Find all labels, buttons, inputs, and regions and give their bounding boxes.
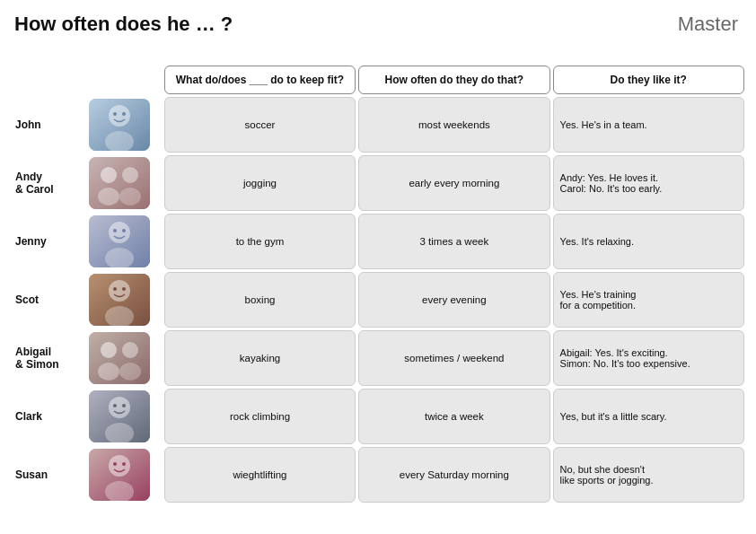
person-name: Susan (12, 447, 84, 503)
svg-point-3 (113, 112, 117, 116)
person-name: Abigail & Simon (12, 330, 84, 386)
avatar (87, 214, 162, 269)
svg-point-4 (122, 112, 126, 116)
person-name: Jenny (12, 214, 84, 269)
activity-cell: soccer (164, 97, 356, 153)
person-name: Andy & Carol (12, 155, 84, 211)
activity-cell: jogging (164, 155, 356, 211)
svg-point-28 (113, 404, 117, 407)
svg-point-21 (101, 342, 117, 358)
page-title: How often does he … ? (0, 0, 756, 41)
table-row: Abigail & Simonkayakingsometimes / weeke… (12, 330, 744, 386)
opinion-cell: Abigail: Yes. It's exciting. Simon: No. … (553, 330, 744, 386)
svg-point-33 (113, 462, 117, 466)
svg-point-1 (109, 105, 130, 127)
opinion-cell: Yes, but it's a little scary. (553, 389, 744, 444)
person-name: John (12, 97, 84, 153)
svg-point-34 (122, 462, 126, 466)
svg-point-23 (122, 342, 138, 358)
avatar (87, 330, 162, 386)
frequency-cell: every evening (358, 272, 549, 328)
avatar (87, 447, 162, 503)
frequency-cell: early every morning (358, 155, 549, 211)
table-row: Andy & Caroljoggingearly every morningAn… (12, 155, 744, 211)
svg-point-18 (113, 287, 117, 291)
svg-point-22 (98, 363, 119, 381)
svg-point-19 (122, 287, 126, 291)
activity-table: What do/does ___ do to keep fit? How oft… (9, 63, 747, 505)
activity-cell: to the gym (164, 214, 356, 269)
svg-point-16 (109, 280, 130, 302)
svg-point-31 (109, 455, 130, 477)
svg-point-29 (122, 404, 126, 407)
table-row: Clarkrock climbingtwice a weekYes, but i… (12, 389, 744, 444)
col-activity: What do/does ___ do to keep fit? (164, 66, 356, 94)
person-name: Scot (12, 272, 84, 328)
svg-rect-20 (89, 332, 150, 384)
frequency-cell: twice a week (358, 389, 549, 444)
table-row: Jennyto the gym3 times a weekYes. It's r… (12, 214, 744, 269)
opinion-cell: Yes. It's relaxing. (553, 214, 744, 269)
avatar (87, 389, 162, 444)
opinion-cell: Yes. He's training for a competition. (553, 272, 744, 328)
svg-point-26 (109, 397, 130, 418)
table-row: Susanwieghtliftingevery Saturday morning… (12, 447, 744, 503)
svg-rect-5 (89, 157, 150, 209)
svg-point-6 (101, 167, 117, 183)
col-opinion: Do they like it? (553, 66, 744, 94)
activity-cell: kayaking (164, 330, 356, 386)
svg-point-9 (119, 188, 141, 206)
svg-point-7 (98, 188, 119, 206)
main-table-container: What do/does ___ do to keep fit? How oft… (9, 63, 747, 505)
opinion-cell: Yes. He's in a team. (553, 97, 744, 153)
activity-cell: boxing (164, 272, 356, 328)
avatar (87, 272, 162, 328)
table-row: Johnsoccermost weekendsYes. He's in a te… (12, 97, 744, 153)
svg-point-14 (122, 229, 126, 232)
frequency-cell: most weekends (358, 97, 549, 153)
svg-point-13 (113, 229, 117, 232)
frequency-cell: sometimes / weekend (358, 330, 549, 386)
activity-cell: rock climbing (164, 389, 356, 444)
svg-point-11 (109, 222, 130, 243)
person-name: Clark (12, 389, 84, 444)
col-frequency: How often do they do that? (358, 66, 549, 94)
activity-cell: wieghtlifting (164, 447, 356, 503)
opinion-cell: No, but she doesn't like sports or joggi… (553, 447, 744, 503)
svg-point-24 (119, 363, 141, 381)
table-row: Scotboxingevery eveningYes. He's trainin… (12, 272, 744, 328)
frequency-cell: every Saturday morning (358, 447, 549, 503)
avatar (87, 155, 162, 211)
svg-point-8 (122, 167, 138, 183)
master-label: Master (678, 13, 738, 36)
opinion-cell: Andy: Yes. He loves it. Carol: No. It's … (553, 155, 744, 211)
frequency-cell: 3 times a week (358, 214, 549, 269)
avatar (87, 97, 162, 153)
